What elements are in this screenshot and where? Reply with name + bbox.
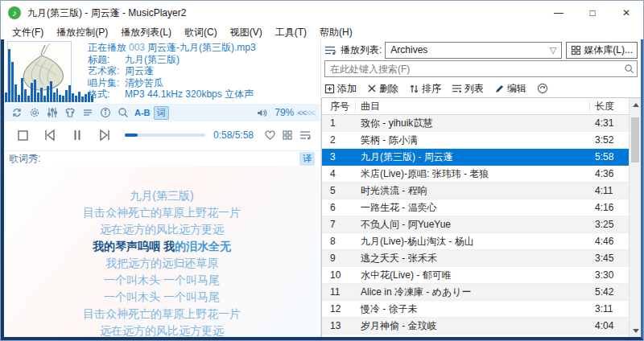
next-button[interactable] — [93, 125, 117, 145]
cell-track-title: 九月(第三版) - 周云蓬 — [356, 150, 590, 164]
playlist-row[interactable]: 5时光洪流 - 程响4:11 — [322, 183, 629, 199]
search-icon[interactable] — [115, 106, 131, 119]
playlist-row[interactable]: 9逃之夭夭 - 张禾禾3:45 — [322, 250, 629, 267]
pause-button[interactable] — [65, 125, 89, 145]
progress-bar[interactable] — [125, 134, 205, 137]
refresh-button[interactable] — [537, 83, 551, 94]
edit-button[interactable]: 编辑 — [494, 82, 526, 96]
sort-label: 排序 — [422, 82, 441, 96]
spectrum-bar — [81, 97, 84, 102]
menu-item[interactable]: 播放控制(P) — [50, 24, 114, 41]
playlist-row[interactable]: 10水中花(Live) - 郁可唯3:30 — [322, 267, 629, 284]
menu-item[interactable]: 视图(V) — [224, 24, 269, 41]
equalizer-icon[interactable] — [44, 106, 60, 119]
playlist-row[interactable]: 13岁月神偷 - 金玟岐4:04 — [322, 318, 629, 335]
cell-track-no: 10 — [322, 269, 356, 281]
menu-item[interactable]: 工具(T) — [269, 24, 313, 41]
playlist-label: 播放列表: — [341, 43, 382, 57]
info-icon[interactable] — [97, 106, 114, 119]
meta-field-label: 艺术家: — [88, 65, 125, 77]
playlist-toggle-icon[interactable] — [297, 128, 313, 142]
scrollbar-thumb[interactable] — [631, 117, 639, 162]
sound-effect-icon[interactable] — [80, 106, 96, 119]
grid-view-icon[interactable] — [279, 128, 295, 142]
album-art — [7, 41, 72, 102]
maximize-button[interactable]: □ — [576, 1, 609, 25]
playlist-row-selected[interactable]: 3九月(第三版) - 周云蓬5:58 — [322, 149, 629, 166]
transport-row: 0:58/5:58 — [4, 121, 320, 149]
column-header-length[interactable]: 长度 — [590, 101, 629, 113]
playlist-panel: 播放列表: Archives ▽ 媒体库(L)... — [320, 39, 641, 337]
player-panel: 正在播放003周云蓬-九月(第三版).mp3 标题:九月(第三版)艺术家:周云蓬… — [4, 39, 320, 337]
ab-repeat-button[interactable]: A-B — [134, 108, 151, 117]
playlist-table: 序号 曲目 长度 1致你 - yihuik苡慧4:312笑柄 - 陈小满3:52… — [321, 97, 641, 337]
spectrum-bar — [75, 96, 77, 102]
chevron-down-icon: ▽ — [550, 45, 556, 55]
meta-field-label: 唱片集: — [88, 77, 125, 89]
playlist-row[interactable]: 6一路生花 - 温奕心4:16 — [322, 199, 629, 216]
playlist-row[interactable]: 2笑柄 - 陈小满3:52 — [322, 132, 629, 149]
translate-button[interactable]: 译 — [299, 152, 315, 166]
scroll-down-arrow-icon[interactable] — [630, 324, 641, 337]
cell-track-title: 不负人间 - 阿YueYue — [356, 218, 590, 232]
menu-item[interactable]: 播放列表(L) — [114, 24, 178, 41]
playlist-row[interactable]: 12慢冷 - 徐子未3:11 — [322, 301, 629, 318]
skin-shirt-icon[interactable] — [62, 106, 78, 119]
search-icon[interactable] — [624, 63, 634, 77]
list-button[interactable]: 列表 — [452, 82, 484, 96]
menu-item[interactable]: 歌词(C) — [178, 24, 224, 41]
volume-icon[interactable] — [254, 106, 270, 119]
lyrics-display[interactable]: 九月(第三版)目击众神死亡的草原上野花一片远在远方的风比远方更远我的琴声呜咽 我… — [4, 166, 320, 337]
meta-field-row: 艺术家:周云蓬 — [88, 65, 318, 77]
spectrum-bar — [78, 92, 80, 102]
playlist-row[interactable]: 7不负人间 - 阿YueYue3:25 — [322, 216, 629, 233]
cell-track-length: 3:52 — [590, 134, 629, 146]
playlist-row[interactable]: 14是你想成为的大人吗 - 长谦5:21 — [322, 335, 629, 337]
time-display: 0:58/5:58 — [213, 129, 254, 141]
meta-field-value: 清炒苦瓜 — [125, 77, 163, 89]
close-button[interactable]: ✕ — [609, 1, 643, 25]
menu-item[interactable]: 文件(F) — [6, 24, 50, 41]
cell-track-no: 4 — [322, 168, 356, 179]
previous-button[interactable] — [38, 125, 62, 145]
playlist-row[interactable]: 8九月(Live)-杨山淘汰 - 杨山4:46 — [322, 233, 629, 250]
playlist-icon — [324, 43, 339, 56]
menu-item[interactable]: 帮助(H) — [313, 24, 359, 41]
app-music-note-icon: ♪ — [8, 6, 21, 19]
column-header-no[interactable]: 序号 — [322, 101, 356, 113]
delete-button[interactable]: 删除 — [367, 82, 398, 96]
cell-track-title: 笑柄 - 陈小满 — [356, 134, 590, 147]
delete-x-icon — [367, 84, 377, 93]
desktop-lyric-toggle[interactable]: 词 — [154, 106, 169, 120]
stop-button[interactable] — [10, 125, 35, 145]
minimize-button[interactable]: — — [542, 1, 576, 25]
title-bar[interactable]: ♪ 九月(第三版) - 周云蓬 - MusicPlayer2 — □ ✕ — [1, 1, 643, 25]
playlist-table-header[interactable]: 序号 曲目 长度 — [322, 98, 629, 115]
column-header-title[interactable]: 曲目 — [356, 101, 590, 113]
playlist-dropdown[interactable]: Archives ▽ — [385, 42, 562, 59]
search-input[interactable] — [324, 60, 638, 77]
refresh-circle-icon — [537, 83, 548, 94]
settings-gear-icon[interactable] — [27, 106, 43, 119]
now-playing-label: 正在播放 — [88, 42, 126, 53]
playlist-row[interactable]: 1致你 - yihuik苡慧4:31 — [322, 115, 629, 132]
loop-mode-icon[interactable] — [9, 106, 25, 119]
add-label: 添加 — [337, 82, 357, 96]
add-button[interactable]: 添加 — [324, 82, 357, 96]
scroll-up-arrow-icon[interactable] — [630, 98, 641, 111]
cell-track-length: 4:46 — [590, 236, 629, 247]
cell-track-length: 4:31 — [590, 117, 629, 129]
cell-track-no: 8 — [322, 236, 356, 247]
playlist-row[interactable]: 4米店(Live)-原唱: 张玮玮 - 老狼4:36 — [322, 166, 629, 183]
cell-track-no: 1 — [322, 117, 356, 129]
collapse-panel-button[interactable]: <<<< — [297, 108, 315, 117]
cell-track-title: 一路生花 - 温奕心 — [356, 201, 590, 215]
progress-fill — [125, 134, 138, 137]
sort-button[interactable]: 排序 — [409, 82, 441, 96]
heart-favorite-icon[interactable] — [262, 128, 278, 142]
cell-track-title: 时光洪流 - 程响 — [356, 184, 590, 198]
playlist-scrollbar[interactable] — [629, 98, 641, 337]
meta-field-value: 九月(第三版) — [125, 54, 180, 66]
media-library-button[interactable]: 媒体库(L)... — [566, 42, 638, 59]
playlist-row[interactable]: 11Alice in 冷凍庫 - めありー5:42 — [322, 284, 629, 301]
